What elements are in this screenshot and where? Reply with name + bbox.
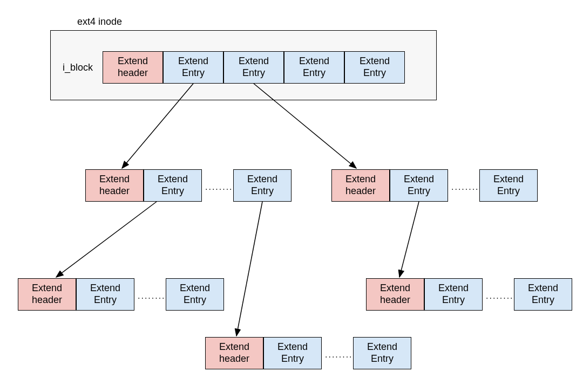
l3-right-header: Extend header — [366, 278, 424, 311]
l2-right-header: Extend header — [331, 169, 390, 202]
l3-right-dots: ........ — [486, 291, 512, 301]
l4-center-header: Extend header — [205, 337, 263, 369]
iblock-entry-2: Extend Entry — [223, 51, 284, 84]
diagram-title: ext4 inode — [77, 16, 122, 27]
arrow-5 — [399, 202, 419, 277]
l2-left-header: Extend header — [85, 169, 144, 202]
iblock-entry-3: Extend Entry — [284, 51, 344, 84]
l3-left-entry-1: Extend Entry — [76, 278, 134, 311]
l4-center-entry-2: Extend Entry — [353, 337, 411, 369]
l2-left-entry-2: Extend Entry — [233, 169, 292, 202]
iblock-entry-1: Extend Entry — [163, 51, 223, 84]
l3-left-dots: ........ — [138, 291, 164, 301]
l2-right-dots: ........ — [451, 182, 477, 192]
arrow-3 — [56, 202, 157, 277]
l2-right-entry-2: Extend Entry — [479, 169, 538, 202]
l2-right-entry-1: Extend Entry — [390, 169, 448, 202]
l2-left-dots: ........ — [205, 182, 231, 192]
iblock-header: Extend header — [103, 51, 163, 84]
l3-right-entry-2: Extend Entry — [514, 278, 572, 311]
arrow-4 — [236, 202, 262, 336]
l4-center-entry-1: Extend Entry — [263, 337, 322, 369]
l4-center-dots: ........ — [325, 350, 351, 360]
l3-left-header: Extend header — [18, 278, 76, 311]
l3-left-entry-2: Extend Entry — [166, 278, 224, 311]
l3-right-entry-1: Extend Entry — [424, 278, 483, 311]
iblock-entry-4: Extend Entry — [344, 51, 405, 84]
diagram-canvas: ext4 inode i_block Extend header Extend … — [0, 0, 583, 392]
l2-left-entry-1: Extend Entry — [144, 169, 202, 202]
iblock-label: i_block — [56, 51, 99, 84]
